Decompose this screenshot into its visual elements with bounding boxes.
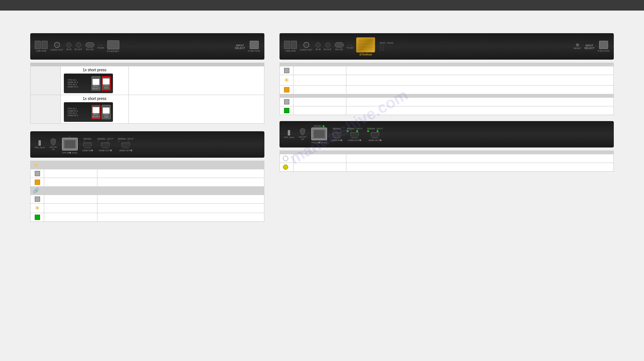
hdmi-out1-port (101, 143, 110, 148)
row2-press-label: 1x short press (64, 97, 125, 101)
function-label: FUNCTION (248, 50, 260, 52)
txrx-group: TX RX (97, 44, 104, 49)
out1-led-r1 (380, 45, 381, 46)
r-indicator-green-1 (284, 108, 289, 113)
usb-port-2 (42, 41, 48, 49)
r-hdmi-out2-group: SIGNAL HDCP HDMI OUT❷ (367, 128, 383, 141)
col-header-1 (31, 63, 61, 66)
hdmi-out2-hdcp-led (127, 140, 129, 142)
function-button[interactable] (250, 41, 259, 49)
r-ir-in-label: IR IN (316, 48, 321, 51)
top-bar (0, 0, 644, 11)
r-indicator-circle-yellow (283, 164, 288, 170)
table-row (31, 169, 264, 178)
table-row (280, 86, 614, 94)
row2-label-cell: 1x short press TPS IN 1 HDMI IN 1 TPS IN… (60, 95, 128, 124)
out2-led-r2 (382, 47, 384, 49)
r-function-btn-group: FUNCTION (598, 41, 609, 52)
table-header-row (31, 63, 264, 66)
input-select-hw-btn-2: INPUTSELECT (91, 105, 100, 119)
r-tx-led (348, 44, 350, 46)
ir-in-group: IR IN (66, 42, 71, 51)
out2-led-r3 (382, 49, 384, 51)
r-hdmi-in1-label: HDMI IN❶ (332, 139, 342, 141)
r-signal-label-1: SIGNAL (333, 128, 341, 130)
ir-in-port (66, 42, 71, 48)
r-audio-out-label: AUDIO OUT (300, 49, 312, 51)
r-hdmi-in1-group: SIGNAL HDMI IN❶ (332, 128, 342, 141)
table-row: ✳ (31, 204, 264, 213)
r-hdmi-out2-label: HDMI OUT❷ (368, 139, 381, 141)
indicator-yellow-1 (35, 180, 40, 185)
right-column: USB KVM AUDIO OUT IR IN IR OUT (280, 33, 614, 228)
hdmi-out2-label: HDMI OUT❷ (119, 149, 132, 152)
r-signal-label-3: SIGNAL (367, 128, 375, 130)
r-ir-out-port (325, 42, 330, 48)
ethernet-label: ETHERNET (107, 50, 119, 52)
section-row-power: ⚡ (31, 161, 264, 169)
usb-kvm-label: USB KVM (36, 50, 46, 52)
r-function-button[interactable] (599, 41, 608, 49)
function-hw-btn-2: FUNCTION (102, 105, 111, 119)
usb-kvm-group: USB KVM (35, 41, 48, 52)
r-indicator-gray-2 (284, 99, 289, 104)
r-txrx-label: TX RX (347, 47, 354, 49)
r-usb-kvm-group: USB KVM (284, 41, 297, 52)
row1-label-cell: 1x short press TPS IN 1 HDMI IN 1 TPS IN… (60, 66, 128, 95)
tps-in1-group: TPS IN❶ (PoE) (62, 135, 78, 154)
r-hdmi-out2-port (371, 132, 379, 138)
r-dc-label: 12V DC2A (299, 136, 307, 140)
r-reset-button[interactable] (576, 43, 579, 46)
table-row (280, 106, 614, 115)
r-rx-led (351, 44, 352, 46)
audio-port (54, 42, 60, 48)
indicator-green-1 (35, 215, 40, 220)
r-indicator-gray-1 (284, 68, 289, 73)
tps-signal-led-left (69, 135, 71, 137)
hdcp-label-1: HDCP (107, 138, 113, 140)
ir-out-port (76, 42, 81, 48)
row2-icon-cell (31, 95, 61, 124)
table-row (280, 66, 614, 75)
indicator-gray-2 (35, 197, 40, 202)
press-illustration-1: TPS IN 1 HDMI IN 1 TPS IN 2 HDMI IN 2 IN… (64, 74, 113, 93)
ir-in-label: IR IN (66, 48, 72, 51)
power-pin-group: PIN: 2mm (35, 140, 45, 149)
dc-label: 12V DC2A (49, 146, 57, 151)
row1-icon-cell (31, 66, 61, 95)
audio-out-label: AUDIO OUT (51, 49, 63, 51)
r-ethernet-port (356, 37, 375, 52)
left-column: USB KVM AUDIO OUT IR IN IR OUT (30, 33, 264, 228)
r-tps-connector-1 (311, 128, 327, 140)
table-row (280, 98, 614, 106)
r-reset-group: RESET (574, 43, 581, 49)
row2-desc-cell (128, 95, 264, 124)
hdmi-in2-group: SIGNAL HDMI IN❷ (82, 138, 93, 152)
power-dc-group: 12V DC2A (49, 138, 57, 151)
lightning-icon: ⚡ (33, 162, 39, 168)
r-hdmi-in-signal-led (333, 130, 335, 132)
table-row: 1x short press TPS IN 1 HDMI IN 1 TPS IN… (31, 95, 264, 124)
col-header-2 (60, 63, 128, 66)
table-row (31, 195, 264, 204)
hdmi-in2-label: HDMI IN❷ (82, 149, 93, 152)
rs232-port (85, 42, 94, 48)
link-icon: 🔗 (33, 188, 39, 194)
right-bottom-panel: PIN: 2mm 12V DC2A SIGNAL (280, 121, 614, 147)
right-bottom-indicator-table (280, 151, 614, 172)
sun-blink-icon: ✳ (35, 205, 40, 211)
table-row (31, 178, 264, 187)
hdmi-out2-signal-led (118, 140, 120, 142)
table-row (280, 163, 614, 172)
r-usb-port-2 (291, 41, 297, 49)
tps-in1-label: TPS IN❶ (PoE) (62, 151, 77, 154)
left-indicator-table: ⚡ (30, 161, 264, 222)
out2-led-r1 (382, 45, 384, 46)
signal-label-1: SIGNAL (83, 138, 92, 140)
r-audio-out-group: AUDIO OUT (300, 42, 312, 51)
left-device-panel: USB KVM AUDIO OUT IR IN IR OUT (30, 33, 264, 60)
hdmi-out2-group: SIGNAL HDCP HDMI OUT❷ (118, 138, 134, 152)
r-tps-signal-led (323, 125, 324, 127)
r-sun-blink-icon: ✳ (284, 77, 289, 83)
signal-label-3: SIGNAL (118, 138, 126, 140)
